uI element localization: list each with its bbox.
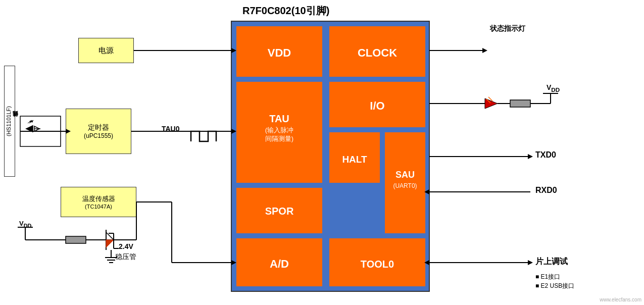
txd0-label: TXD0	[535, 150, 556, 160]
svg-text:CLOCK: CLOCK	[358, 46, 397, 59]
svg-rect-5	[236, 82, 322, 183]
tool-label: 片上调试	[535, 257, 568, 267]
svg-marker-23	[231, 48, 236, 53]
svg-text:(输入脉冲: (输入脉冲	[265, 126, 293, 134]
zener-label: 稳压管	[115, 252, 136, 262]
svg-rect-47	[510, 100, 530, 107]
svg-line-38	[28, 120, 32, 123]
svg-text:(UART0): (UART0)	[393, 182, 417, 189]
chip-title: R7F0C802(10引脚)	[242, 4, 329, 18]
svg-marker-45	[485, 98, 498, 109]
svg-rect-16	[236, 188, 322, 233]
svg-marker-59	[528, 260, 533, 265]
svg-marker-39	[29, 120, 32, 123]
timer-label: 定时器	[88, 123, 109, 132]
svg-rect-33	[20, 116, 61, 146]
watermark: www.elecfans.com	[600, 297, 641, 302]
temp-sub: (TC1047A)	[85, 204, 112, 210]
svg-text:TAU: TAU	[269, 113, 289, 124]
svg-marker-37	[34, 126, 39, 131]
svg-rect-20	[329, 238, 425, 286]
svg-rect-63	[66, 236, 86, 243]
svg-marker-54	[528, 154, 533, 159]
timer-sub: (uPC1555)	[84, 132, 113, 139]
e1-label: ■ E1接口	[535, 273, 560, 281]
e2-label: ■ E2 USB接口	[535, 282, 574, 290]
vdd-top-right: VDD	[547, 83, 560, 93]
svg-marker-56	[424, 189, 429, 194]
svg-marker-67	[106, 240, 114, 247]
svg-text:HALT: HALT	[342, 154, 367, 165]
rxd0-label: RXD0	[535, 186, 557, 195]
main-container: R7F0C802(10引脚) (HS1101LF)光敏传感器 电源 定时器 (u…	[0, 0, 644, 305]
svg-marker-25	[231, 129, 236, 134]
svg-text:间隔测量): 间隔测量)	[265, 135, 293, 142]
status-label: 状态指示灯	[490, 24, 525, 33]
svg-line-40	[29, 120, 33, 123]
svg-text:I/O: I/O	[370, 99, 384, 112]
svg-line-51	[488, 97, 492, 101]
svg-marker-43	[482, 48, 487, 53]
tau0-label: TAU0	[162, 125, 180, 133]
svg-text:TOOL0: TOOL0	[361, 259, 394, 270]
power-box: 电源	[78, 38, 134, 63]
svg-text:A/D: A/D	[270, 258, 289, 270]
svg-marker-41	[31, 120, 33, 123]
timer-box: 定时器 (uPC1555)	[66, 109, 131, 154]
svg-line-52	[486, 99, 490, 103]
svg-rect-11	[329, 132, 380, 183]
vdd-bottom-left: VDD	[19, 220, 31, 229]
svg-rect-1	[236, 26, 322, 77]
svg-marker-66	[106, 232, 114, 240]
temp-label: 温度传感器	[82, 194, 115, 204]
svg-rect-18	[236, 238, 322, 286]
sensor-label: (HS1101LF)光敏传感器	[4, 66, 15, 177]
power-label: 电源	[98, 46, 114, 56]
svg-text:SAU: SAU	[395, 170, 415, 180]
voltage-label: 2.4V	[119, 242, 133, 250]
svg-rect-3	[329, 26, 425, 77]
svg-text:SPOR: SPOR	[265, 206, 294, 217]
svg-rect-0	[231, 21, 429, 291]
svg-rect-13	[385, 132, 425, 233]
svg-text:VDD: VDD	[268, 46, 291, 59]
svg-marker-29	[231, 260, 236, 265]
svg-marker-34	[25, 125, 33, 132]
svg-rect-9	[329, 82, 425, 127]
temp-box: 温度传感器 (TC1047A)	[61, 187, 136, 217]
svg-marker-58	[424, 260, 429, 265]
